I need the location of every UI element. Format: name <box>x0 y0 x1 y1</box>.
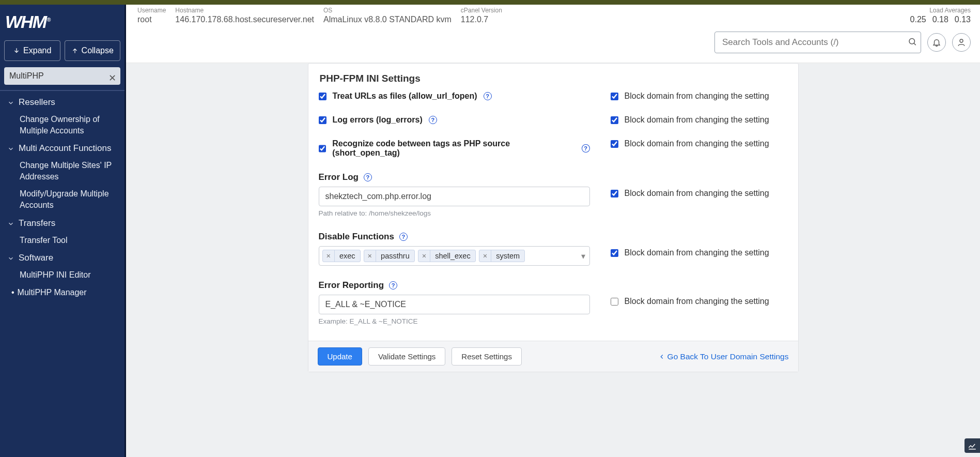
global-search-input[interactable] <box>714 32 921 53</box>
error-log-label: Error Log <box>319 172 359 182</box>
block-label: Block domain from changing the setting <box>625 92 769 101</box>
help-icon[interactable]: ? <box>389 281 397 290</box>
arrow-down-icon <box>13 47 20 54</box>
disable-functions-block-checkbox[interactable] <box>611 249 618 257</box>
help-icon[interactable]: ? <box>582 144 590 153</box>
collapse-label: Collapse <box>82 46 114 55</box>
sidebar: WHM® Expand Collapse ✕ Resellers <box>0 5 126 457</box>
tag-text: system <box>491 250 524 262</box>
go-back-label: Go Back To User Domain Settings <box>667 352 789 361</box>
stats-fab[interactable] <box>965 438 980 453</box>
function-tag: ×passthru <box>364 250 415 262</box>
tag-remove[interactable]: × <box>479 250 491 262</box>
log-errors-block-checkbox[interactable] <box>611 116 618 124</box>
sidebar-section-multi-account[interactable]: Multi Account Functions <box>0 139 125 157</box>
load-15: 0.13 <box>955 15 971 24</box>
short-open-tag-block-checkbox[interactable] <box>611 140 618 148</box>
log-errors-checkbox[interactable] <box>319 116 326 124</box>
block-label: Block domain from changing the setting <box>625 115 769 125</box>
help-icon[interactable]: ? <box>399 233 408 241</box>
panel-footer: Update Validate Settings Reset Settings … <box>308 341 798 372</box>
tag-remove[interactable]: × <box>364 250 376 262</box>
sidebar-section-label: Multi Account Functions <box>19 143 112 154</box>
notifications-button[interactable] <box>927 33 946 52</box>
sidebar-section-label: Resellers <box>19 97 55 108</box>
validate-settings-button[interactable]: Validate Settings <box>368 347 445 365</box>
allow-url-fopen-block-checkbox[interactable] <box>611 93 618 100</box>
short-open-tag-label: Recognize code between tags as PHP sourc… <box>332 139 575 158</box>
server-info-bar: Username root Hostname 146.170.178.68.ho… <box>126 5 980 26</box>
error-reporting-input[interactable] <box>319 295 590 314</box>
block-label: Block domain from changing the setting <box>625 248 769 257</box>
tag-text: shell_exec <box>430 250 475 262</box>
search-icon <box>908 37 917 47</box>
block-label: Block domain from changing the setting <box>625 297 769 306</box>
error-reporting-block-checkbox[interactable] <box>611 298 618 306</box>
tag-remove[interactable]: × <box>418 250 430 262</box>
info-os: OS AlmaLinux v8.8.0 STANDARD kvm <box>323 7 452 24</box>
chevron-down-icon <box>7 99 14 106</box>
sidebar-filter-input[interactable] <box>4 67 120 85</box>
user-icon <box>957 38 966 47</box>
bell-icon <box>932 38 941 47</box>
update-button[interactable]: Update <box>318 347 362 365</box>
sidebar-section-resellers[interactable]: Resellers <box>0 93 125 111</box>
global-search-button[interactable] <box>908 37 917 48</box>
close-icon: ✕ <box>108 73 116 83</box>
chevron-down-icon <box>7 145 14 152</box>
php-fpm-panel: PHP-FPM INI Settings Treat URLs as files… <box>308 63 799 372</box>
disable-functions-tagbox[interactable]: ×exec×passthru×shell_exec×system▾ <box>319 246 590 266</box>
reset-settings-button[interactable]: Reset Settings <box>452 347 522 365</box>
help-icon[interactable]: ? <box>429 116 437 124</box>
tag-text: exec <box>335 250 360 262</box>
error-log-input[interactable] <box>319 187 590 206</box>
sidebar-item-modify-upgrade[interactable]: Modify/Upgrade Multiple Accounts <box>0 185 125 214</box>
sidebar-item-change-sites-ip[interactable]: Change Multiple Sites' IP Addresses <box>0 157 125 185</box>
arrow-up-icon <box>71 47 79 54</box>
account-button[interactable] <box>952 33 971 52</box>
info-cpanel-version: cPanel Version 112.0.7 <box>461 7 502 24</box>
expand-button[interactable]: Expand <box>4 40 60 61</box>
allow-url-fopen-label: Treat URLs as files (allow_url_fopen) <box>333 92 477 101</box>
sidebar-item-transfer-tool[interactable]: Transfer Tool <box>0 232 125 249</box>
info-username: Username root <box>137 7 166 24</box>
sidebar-item-multiphp-ini[interactable]: MultiPHP INI Editor <box>0 266 125 284</box>
go-back-link[interactable]: Go Back To User Domain Settings <box>658 352 789 361</box>
help-icon[interactable]: ? <box>364 173 372 181</box>
block-label: Block domain from changing the setting <box>625 189 769 198</box>
function-tag: ×system <box>479 250 525 262</box>
sidebar-section-transfers[interactable]: Transfers <box>0 214 125 232</box>
load-1: 0.25 <box>910 15 926 24</box>
short-open-tag-checkbox[interactable] <box>319 145 326 153</box>
tag-remove[interactable]: × <box>323 250 335 262</box>
load-5: 0.18 <box>932 15 948 24</box>
collapse-button[interactable]: Collapse <box>65 40 121 61</box>
arrow-left-icon <box>658 353 665 360</box>
top-green-strip <box>0 0 980 5</box>
disable-functions-label: Disable Functions <box>319 232 394 242</box>
sidebar-section-software[interactable]: Software <box>0 249 125 266</box>
info-hostname: Hostname 146.170.178.68.host.secureserve… <box>175 7 314 24</box>
sidebar-filter-clear[interactable]: ✕ <box>108 72 116 84</box>
svg-point-1 <box>960 39 963 42</box>
panel-title: PHP-FPM INI Settings <box>320 73 788 84</box>
chevron-down-icon <box>7 254 14 262</box>
main-toolbar <box>126 26 980 63</box>
error-log-block-checkbox[interactable] <box>611 190 618 197</box>
help-icon[interactable]: ? <box>484 92 492 100</box>
sidebar-item-multiphp-manager[interactable]: MultiPHP Manager <box>0 284 125 301</box>
info-load-averages: Load Averages 0.25 0.18 0.13 <box>910 7 971 24</box>
allow-url-fopen-checkbox[interactable] <box>319 93 326 100</box>
sidebar-item-change-ownership[interactable]: Change Ownership of Multiple Accounts <box>0 111 125 139</box>
chevron-down-icon <box>7 220 14 227</box>
dropdown-caret-icon[interactable]: ▾ <box>581 251 585 261</box>
error-reporting-label: Error Reporting <box>319 280 384 291</box>
error-log-hint: Path relative to: /home/shekzee/logs <box>319 209 590 217</box>
sidebar-nav: Resellers Change Ownership of Multiple A… <box>0 90 125 457</box>
log-errors-label: Log errors (log_errors) <box>333 115 423 125</box>
expand-label: Expand <box>23 46 51 55</box>
error-reporting-hint: Example: E_ALL & ~E_NOTICE <box>319 317 590 325</box>
tag-text: passthru <box>376 250 414 262</box>
chart-icon <box>968 441 977 450</box>
function-tag: ×exec <box>322 250 361 262</box>
